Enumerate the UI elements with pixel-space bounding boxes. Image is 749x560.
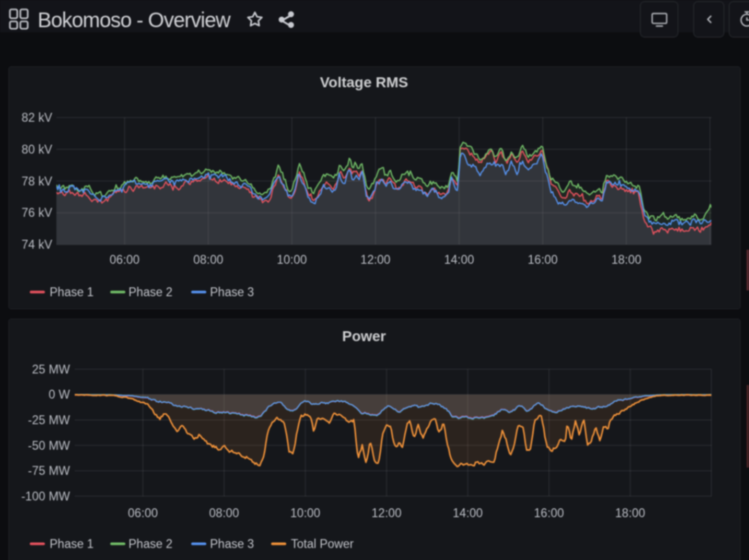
svg-text:78 kV: 78 kV <box>21 174 52 188</box>
svg-text:10:00: 10:00 <box>290 506 321 520</box>
svg-text:74 kV: 74 kV <box>21 238 52 251</box>
svg-text:25 MW: 25 MW <box>32 363 70 376</box>
svg-text:-25 MW: -25 MW <box>28 413 71 427</box>
svg-text:14:00: 14:00 <box>453 506 483 520</box>
svg-text:12:00: 12:00 <box>371 506 402 520</box>
svg-text:80 kV: 80 kV <box>21 143 52 156</box>
svg-text:16:00: 16:00 <box>534 506 564 520</box>
svg-text:18:00: 18:00 <box>611 253 641 266</box>
svg-text:Power: Power <box>342 328 386 344</box>
svg-text:Phase 2: Phase 2 <box>128 285 172 299</box>
svg-text:16:00: 16:00 <box>528 253 558 266</box>
svg-text:Phase 1: Phase 1 <box>50 537 93 551</box>
svg-text:-50 MW: -50 MW <box>28 439 71 452</box>
svg-text:06:00: 06:00 <box>110 253 140 266</box>
svg-text:-75 MW: -75 MW <box>28 464 71 477</box>
svg-text:08:00: 08:00 <box>209 506 239 520</box>
svg-text:Phase 3: Phase 3 <box>210 285 254 299</box>
svg-text:14:00: 14:00 <box>444 253 474 266</box>
svg-text:0 W: 0 W <box>49 388 70 401</box>
svg-text:Phase 2: Phase 2 <box>128 537 172 551</box>
svg-text:82 kV: 82 kV <box>21 111 52 124</box>
svg-text:12:00: 12:00 <box>360 253 391 266</box>
svg-text:08:00: 08:00 <box>193 253 224 266</box>
svg-text:18:00: 18:00 <box>615 506 646 520</box>
svg-text:Voltage RMS: Voltage RMS <box>320 74 408 90</box>
svg-text:Total Power: Total Power <box>291 537 354 551</box>
svg-text:76 kV: 76 kV <box>21 206 52 219</box>
svg-text:06:00: 06:00 <box>128 506 158 520</box>
svg-text:Phase 3: Phase 3 <box>210 537 254 551</box>
svg-text:-100 MW: -100 MW <box>21 489 71 503</box>
svg-text:10:00: 10:00 <box>277 253 307 266</box>
svg-text:Phase 1: Phase 1 <box>50 285 93 299</box>
